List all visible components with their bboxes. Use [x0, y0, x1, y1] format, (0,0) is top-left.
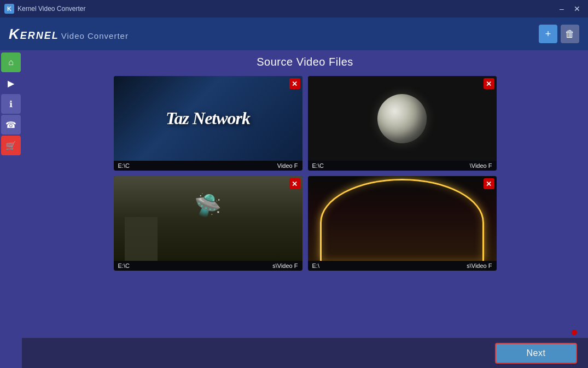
building-visual: [125, 217, 158, 261]
sidebar-item-home[interactable]: ⌂: [1, 52, 21, 72]
title-bar-left: K Kernel Video Converter: [4, 4, 86, 14]
sidebar: ⌂ ▶ ℹ ☎ 🛒: [0, 50, 22, 368]
video-grid: Taz Network E:\C Video F ✕ E:\C \Video F…: [114, 76, 497, 271]
remove-button-2[interactable]: ✕: [484, 78, 494, 89]
app-icon: K: [4, 4, 14, 14]
video-card-2[interactable]: E:\C \Video F ✕: [308, 76, 497, 171]
plane-scene: 🛸: [114, 176, 302, 261]
sidebar-item-video[interactable]: ▶: [1, 73, 21, 93]
video-path-left-4: E:\: [312, 262, 319, 269]
video-path-left-2: E:\C: [312, 162, 324, 169]
video-thumb-2: [308, 76, 497, 161]
app-header: Kernel Video Converter + 🗑: [0, 17, 588, 50]
remove-button-1[interactable]: ✕: [289, 78, 300, 89]
remove-button-3[interactable]: ✕: [289, 178, 300, 189]
logo-sub: Video Converter: [61, 31, 129, 40]
minimize-button[interactable]: –: [555, 3, 568, 14]
sidebar-item-shop[interactable]: 🛒: [1, 136, 21, 155]
video-thumb-1: Taz Network: [114, 76, 302, 161]
video-card-4[interactable]: E:\ s\Video F ✕: [308, 176, 497, 271]
title-bar: K Kernel Video Converter – ✕: [0, 0, 588, 17]
app-logo: Kernel Video Converter: [9, 26, 129, 43]
add-files-button[interactable]: +: [539, 25, 557, 43]
logo-kernel: Kernel: [9, 26, 59, 43]
video-path-right-3: s\Video F: [272, 262, 298, 269]
bottom-bar: Next: [22, 338, 588, 368]
video-label-1: E:\C Video F: [114, 161, 302, 171]
main-area: ⌂ ▶ ℹ ☎ 🛒 Source Video Files Taz Network…: [0, 50, 588, 368]
video-card-1[interactable]: Taz Network E:\C Video F ✕: [114, 76, 302, 171]
video-path-left-1: E:\C: [118, 162, 130, 169]
video-label-2: E:\C \Video F: [308, 161, 497, 171]
video-path-right-2: \Video F: [470, 162, 492, 169]
header-buttons: + 🗑: [539, 25, 579, 43]
sidebar-item-phone[interactable]: ☎: [1, 115, 21, 135]
video-path-left-3: E:\C: [118, 262, 130, 269]
sidebar-item-info[interactable]: ℹ: [1, 94, 21, 114]
video-thumb-3: 🛸: [114, 176, 302, 261]
taz-network-text: Taz Network: [166, 108, 250, 128]
content-area: Source Video Files Taz Network E:\C Vide…: [22, 50, 588, 368]
video-label-4: E:\ s\Video F: [308, 261, 497, 271]
video-path-right-1: Video F: [277, 162, 298, 169]
video-label-3: E:\C s\Video F: [114, 261, 302, 271]
video-path-right-4: s\Video F: [467, 262, 492, 269]
moon-visual: [377, 94, 427, 143]
next-button[interactable]: Next: [495, 343, 577, 364]
delete-files-button[interactable]: 🗑: [561, 25, 579, 43]
blimp-icon: 🛸: [194, 192, 222, 218]
window-controls: – ✕: [555, 3, 584, 14]
section-title: Source Video Files: [33, 56, 577, 68]
remove-button-4[interactable]: ✕: [484, 178, 494, 189]
window-title: Kernel Video Converter: [18, 5, 86, 13]
video-card-3[interactable]: 🛸 E:\C s\Video F ✕: [114, 176, 302, 271]
red-dot-indicator: [572, 330, 577, 335]
stadium-visual: [320, 179, 484, 261]
close-button[interactable]: ✕: [570, 3, 584, 14]
video-thumb-4: [308, 176, 497, 261]
